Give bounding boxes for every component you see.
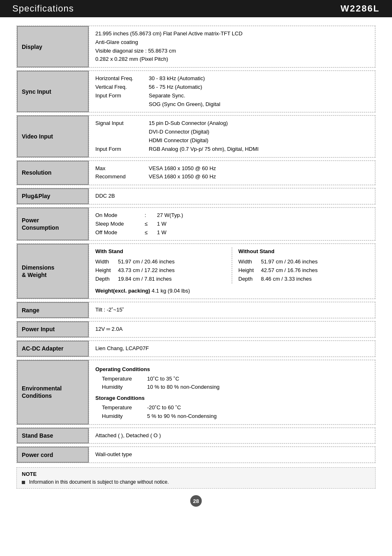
- spec-label-sync-input: Sync Input: [17, 71, 89, 112]
- spec-row-ac-dc-adapter: AC-DC Adapter Lien Chang, LCAP07F: [16, 340, 376, 357]
- video-key-1: Signal Input: [95, 119, 149, 145]
- storage-temp-row: Temperature -20˚C to 60 ˚C: [102, 404, 369, 412]
- power-mode-1: On Mode: [95, 211, 145, 220]
- without-stand-height-label: Height: [238, 266, 259, 275]
- without-stand-depth-value: 8.46 cm / 3.33 inches: [261, 275, 312, 284]
- spec-content-stand-base: Attached ( ), Detached ( O ): [89, 428, 375, 444]
- dimensions-with-without: With Stand Width 51.97 cm / 20.46 inches…: [95, 247, 369, 283]
- with-stand-height-label: Height: [95, 266, 116, 275]
- operating-temp-value: 10˚C to 35 ˚C: [147, 375, 179, 383]
- power-mode-2: Sleep Mode: [95, 220, 145, 228]
- weight-label: Weight(excl. packing): [95, 288, 150, 294]
- spec-content-power-cord: Wall-outlet type: [89, 447, 375, 463]
- res-val-2: VESA 1680 x 1050 @ 60 Hz: [149, 173, 369, 181]
- ac-dc-value: Lien Chang, LCAP07F: [95, 344, 369, 353]
- storage-temp-label: Temperature: [102, 404, 147, 412]
- main-content: Display 21.995 inches (55.8673 cm) Flat …: [0, 17, 392, 519]
- sync-row-1: Horizontal Freq. 30 - 83 kHz (Automatic): [95, 74, 369, 83]
- display-line-1: 21.995 inches (55.8673 cm) Flat Panel Ac…: [95, 30, 369, 38]
- with-stand-height-value: 43.73 cm / 17.22 inches: [118, 266, 175, 275]
- without-stand-width-label: Width: [238, 258, 259, 266]
- spec-label-display: Display: [17, 26, 89, 67]
- power-sym-2: ≤: [145, 220, 157, 228]
- operating-humidity-row: Humidity 10 % to 80 % non-Condensing: [102, 383, 369, 392]
- spec-row-power-cord: Power cord Wall-outlet type: [16, 446, 376, 463]
- video-row-2: Input Form RGB Analog (0.7 Vp-p/ 75 ohm)…: [95, 145, 369, 154]
- sync-row-3: Input Form Separate Sync.SOG (Sync On Gr…: [95, 92, 369, 109]
- stand-base-value: Attached ( ), Detached ( O ): [95, 431, 369, 440]
- storage-title: Storage Conditions: [95, 394, 369, 403]
- operating-indent: Temperature 10˚C to 35 ˚C Humidity 10 % …: [95, 375, 369, 392]
- spec-content-power-consumption: On Mode : 27 W(Typ.) Sleep Mode ≤ 1 W Of…: [89, 208, 375, 240]
- plug-play-value: DDC 2B: [95, 192, 369, 201]
- header: Specifications W2286L: [0, 0, 392, 17]
- spec-content-dimensions: With Stand Width 51.97 cm / 20.46 inches…: [89, 244, 375, 299]
- sync-row-2: Vertical Freq. 56 - 75 Hz (Automatic): [95, 83, 369, 92]
- power-sym-1: :: [145, 211, 157, 220]
- res-val-1: VESA 1680 x 1050 @ 60 Hz: [149, 164, 369, 173]
- without-stand-depth-label: Depth: [238, 275, 259, 284]
- operating-temp-label: Temperature: [102, 375, 147, 383]
- sync-val-2: 56 - 75 Hz (Automatic): [149, 83, 369, 92]
- spec-row-sync-input: Sync Input Horizontal Freq. 30 - 83 kHz …: [16, 70, 376, 113]
- storage-temp-value: -20˚C to 60 ˚C: [147, 404, 181, 412]
- page-number-container: 28: [16, 495, 376, 507]
- spec-label-stand-base: Stand Base: [17, 428, 89, 444]
- spec-row-dimensions: Dimensions& Weight With Stand Width 51.9…: [16, 243, 376, 299]
- power-input-value: 12V ═ 2.0A: [95, 325, 369, 334]
- without-stand-depth-row: Depth 8.46 cm / 3.33 inches: [238, 275, 369, 284]
- spec-content-display: 21.995 inches (55.8673 cm) Flat Panel Ac…: [89, 26, 375, 67]
- spec-content-sync-input: Horizontal Freq. 30 - 83 kHz (Automatic)…: [89, 71, 375, 112]
- spec-label-video-input: Video Input: [17, 115, 89, 157]
- operating-temp-row: Temperature 10˚C to 35 ˚C: [102, 375, 369, 383]
- with-stand-height-row: Height 43.73 cm / 17.22 inches: [95, 266, 226, 275]
- without-stand-block: Without Stand Width 51.97 cm / 20.46 inc…: [238, 247, 369, 283]
- operating-title: Operating Conditions: [95, 365, 369, 374]
- spec-label-power-cord: Power cord: [17, 447, 89, 463]
- power-row-3: Off Mode ≤ 1 W: [95, 228, 369, 237]
- weight-row: Weight(excl. packing) 4.1 kg (9.04 lbs): [95, 287, 369, 295]
- spec-row-display: Display 21.995 inches (55.8673 cm) Flat …: [16, 25, 376, 68]
- storage-humidity-label: Humidity: [102, 412, 147, 421]
- spec-label-ac-dc-adapter: AC-DC Adapter: [17, 341, 89, 357]
- power-val-1: 27 W(Typ.): [157, 211, 369, 220]
- sync-key-3: Input Form: [95, 92, 149, 109]
- spec-row-resolution: Resolution Max VESA 1680 x 1050 @ 60 Hz …: [16, 160, 376, 186]
- spec-content-range: Tilt : -2˚~15˚: [89, 302, 375, 318]
- without-stand-width-row: Width 51.97 cm / 20.46 inches: [238, 258, 369, 266]
- with-stand-depth-value: 19.84 cm / 7.81 inches: [118, 275, 172, 284]
- note-content: Information in this document is subject …: [22, 479, 370, 485]
- note-text: Information in this document is subject …: [29, 479, 169, 485]
- note-bullet-icon: [22, 481, 25, 484]
- spec-row-power-input: Power Input 12V ═ 2.0A: [16, 321, 376, 338]
- sync-key-1: Horizontal Freq.: [95, 74, 149, 83]
- with-stand-width-row: Width 51.97 cm / 20.46 inches: [95, 258, 226, 266]
- spec-content-resolution: Max VESA 1680 x 1050 @ 60 Hz Recommend V…: [89, 161, 375, 185]
- spec-row-environmental: EnvironmentalConditions Operating Condit…: [16, 360, 376, 425]
- without-stand-height-row: Height 42.57 cm / 16.76 inches: [238, 266, 369, 275]
- operating-humidity-label: Humidity: [102, 383, 147, 392]
- without-stand-height-value: 42.57 cm / 16.76 inches: [261, 266, 318, 275]
- spec-label-resolution: Resolution: [17, 161, 89, 185]
- with-stand-width-label: Width: [95, 258, 116, 266]
- with-stand-depth-label: Depth: [95, 275, 116, 284]
- display-line-3: Visible diagonal size : 55.8673 cm: [95, 47, 369, 55]
- range-value: Tilt : -2˚~15˚: [95, 306, 369, 314]
- spec-label-environmental: EnvironmentalConditions: [17, 360, 89, 424]
- power-row-1: On Mode : 27 W(Typ.): [95, 211, 369, 220]
- without-stand-title: Without Stand: [238, 247, 369, 256]
- spec-label-plug-play: Plug&Play: [17, 188, 89, 204]
- sync-val-3: Separate Sync.SOG (Sync On Green), Digit…: [149, 92, 369, 109]
- spec-row-stand-base: Stand Base Attached ( ), Detached ( O ): [16, 427, 376, 444]
- power-val-2: 1 W: [157, 220, 369, 228]
- note-title: NOTE: [22, 471, 370, 477]
- spec-label-range: Range: [17, 302, 89, 318]
- video-val-2: RGB Analog (0.7 Vp-p/ 75 ohm), Digital, …: [149, 145, 369, 154]
- power-cord-value: Wall-outlet type: [95, 450, 369, 459]
- storage-indent: Temperature -20˚C to 60 ˚C Humidity 5 % …: [95, 404, 369, 421]
- sync-key-2: Vertical Freq.: [95, 83, 149, 92]
- spec-row-plug-play: Plug&Play DDC 2B: [16, 188, 376, 205]
- page-title: Specifications: [12, 3, 74, 14]
- sync-val-1: 30 - 83 kHz (Automatic): [149, 74, 369, 83]
- dimensions-divider: [232, 247, 232, 283]
